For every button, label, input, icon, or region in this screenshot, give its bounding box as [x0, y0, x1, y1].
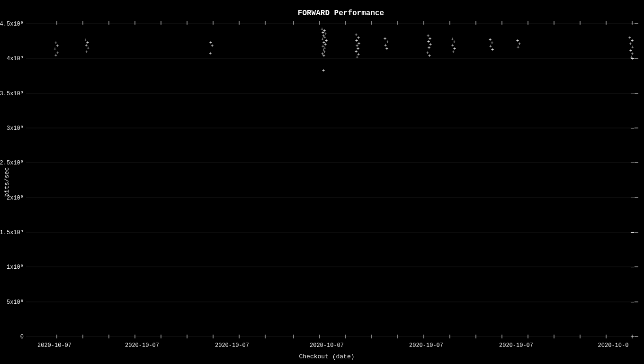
- data-point: +: [385, 46, 389, 52]
- right-tick: —: [630, 299, 635, 306]
- svg-text:3.5x10⁹: 3.5x10⁹: [0, 91, 24, 97]
- svg-text:2.5x10⁹: 2.5x10⁹: [0, 160, 24, 166]
- chart-title: FORWARD Performance: [298, 9, 384, 18]
- svg-text:5x10⁸: 5x10⁸: [7, 299, 24, 306]
- data-point: +: [428, 53, 431, 59]
- data-point: +: [322, 68, 325, 73]
- right-tick: —: [630, 90, 635, 97]
- right-tick: —: [630, 229, 635, 236]
- svg-text:2020-10-07: 2020-10-07: [409, 342, 443, 349]
- performance-chart: FORWARD Performance bits/sec 0 5x10⁸ 1x1…: [0, 0, 644, 364]
- data-point: +: [517, 45, 520, 50]
- data-point: +: [452, 49, 455, 55]
- svg-text:3x10⁹: 3x10⁹: [7, 125, 24, 132]
- data-point: +: [211, 43, 214, 49]
- data-point: +: [322, 53, 326, 59]
- data-point: +: [356, 55, 359, 60]
- svg-text:1.5x10⁹: 1.5x10⁹: [0, 229, 24, 236]
- right-tick: —: [630, 195, 635, 201]
- right-tick: —: [630, 160, 635, 166]
- svg-text:4.5x10⁹: 4.5x10⁹: [0, 21, 24, 27]
- svg-text:2020-10-07: 2020-10-07: [215, 342, 249, 349]
- svg-text:1x10⁹: 1x10⁹: [7, 264, 24, 271]
- svg-text:2020-10-07: 2020-10-07: [37, 342, 72, 349]
- svg-text:2020-10-07: 2020-10-07: [310, 342, 344, 349]
- right-tick: —: [630, 264, 635, 271]
- chart-container: FORWARD Performance bits/sec 0 5x10⁸ 1x1…: [0, 0, 644, 364]
- svg-text:4x10⁹: 4x10⁹: [7, 55, 24, 62]
- svg-text:2020-10-07: 2020-10-07: [499, 342, 533, 349]
- right-tick: —: [630, 21, 635, 27]
- data-point: +: [85, 49, 89, 55]
- x-axis-label: Checkout (date): [299, 353, 354, 360]
- data-point: +: [54, 53, 58, 58]
- right-tick: —: [630, 125, 635, 132]
- svg-text:2020-10-0: 2020-10-0: [598, 342, 629, 349]
- y-axis-label: bits/sec: [3, 167, 10, 197]
- svg-text:0: 0: [20, 334, 24, 340]
- right-tick: —: [630, 55, 635, 62]
- data-point: +: [491, 47, 494, 53]
- data-point: +: [209, 51, 212, 56]
- right-tick: —: [630, 334, 635, 340]
- svg-text:2020-10-07: 2020-10-07: [125, 342, 159, 349]
- svg-text:2x10⁹: 2x10⁹: [7, 195, 24, 201]
